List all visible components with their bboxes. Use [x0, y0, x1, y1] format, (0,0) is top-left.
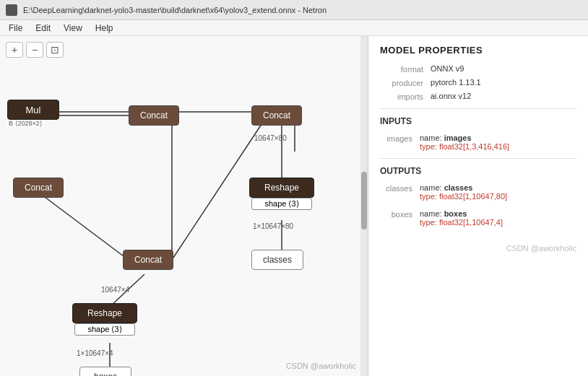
menu-bar: File Edit View Help	[0, 20, 588, 36]
images-key: images	[380, 134, 420, 151]
menu-help[interactable]: Help	[90, 22, 119, 35]
outputs-title: OUTPUTS	[380, 166, 576, 176]
reshape2-sublabel: shape ⟨3⟩	[74, 323, 135, 336]
toolbar: + − ⊡	[6, 42, 64, 58]
concat2-node[interactable]: Concat	[251, 105, 302, 126]
properties-panel: MODEL PROPERTIES format ONNX v9 producer…	[368, 36, 588, 376]
app-icon	[6, 4, 17, 16]
reshape1-label: Reshape	[264, 183, 299, 193]
svg-line-5	[42, 195, 126, 258]
edge-label-e3: 10647×4	[101, 286, 129, 294]
reshape2-node[interactable]: Reshape	[72, 303, 137, 323]
panel-watermark: CSDN @aworkholic	[380, 244, 576, 253]
producer-val: pytorch 1.13.1	[431, 78, 481, 87]
vertical-scrollbar[interactable]	[360, 36, 368, 376]
menu-edit[interactable]: Edit	[30, 22, 56, 35]
format-row: format ONNX v9	[380, 64, 576, 74]
producer-key: producer	[380, 78, 431, 87]
mul-sublabel: B ⟨2028×2⟩	[7, 120, 44, 127]
classes-output-name: name: classes	[420, 183, 507, 192]
title-bar: E:\DeepLearning\darknet-yolo3-master\bui…	[0, 0, 588, 20]
images-type: type: float32[1,3,416,416]	[420, 142, 509, 151]
images-vals: name: images type: float32[1,3,416,416]	[420, 134, 509, 151]
window-title: E:\DeepLearning\darknet-yolo3-master\bui…	[23, 6, 327, 14]
zoom-in-button[interactable]: +	[6, 42, 23, 58]
concat2-label: Concat	[263, 110, 290, 121]
concat1-node[interactable]: Concat	[129, 105, 179, 126]
watermark: CSDN @aworkholic	[286, 362, 356, 370]
menu-file[interactable]: File	[3, 22, 28, 35]
boxes-output-name: name: boxes	[420, 209, 503, 218]
imports-val: ai.onnx v12	[431, 92, 471, 100]
concat4-label: Concat	[134, 255, 162, 265]
main-content: + − ⊡ Mul B ⟨2028×2⟩ Concat Concat 10647…	[0, 36, 588, 376]
boxes-node[interactable]: boxes	[79, 367, 131, 376]
scroll-thumb[interactable]	[361, 172, 367, 229]
edge-label-e1: 10647×80	[254, 134, 287, 142]
boxes-output-key: boxes	[380, 209, 420, 227]
classes-output-type: type: float32[1,10647,80]	[420, 192, 507, 201]
images-name: name: images	[420, 134, 509, 142]
mul-label: Mul	[26, 105, 41, 115]
imports-row: imports ai.onnx v12	[380, 92, 576, 101]
menu-view[interactable]: View	[58, 22, 88, 35]
boxes-output-type: type: float32[1,10647,4]	[420, 218, 503, 227]
mul-node[interactable]: Mul	[7, 100, 59, 120]
boxes-output-row: boxes name: boxes type: float32[1,10647,…	[380, 209, 576, 227]
boxes-output-vals: name: boxes type: float32[1,10647,4]	[420, 209, 503, 227]
edge-label-e2: 1×10647×80	[253, 222, 293, 230]
edge-label-e4: 1×10647×4	[77, 349, 113, 357]
fit-button[interactable]: ⊡	[46, 42, 64, 58]
reshape1-sublabel: shape ⟨3⟩	[251, 198, 312, 210]
format-key: format	[380, 64, 431, 74]
graph-area[interactable]: + − ⊡ Mul B ⟨2028×2⟩ Concat Concat 10647…	[0, 36, 368, 376]
concat3-label: Concat	[25, 183, 52, 193]
classes-output-key: classes	[380, 183, 420, 201]
inputs-title: INPUTS	[380, 116, 576, 126]
panel-title: MODEL PROPERTIES	[380, 45, 576, 56]
reshape2-label: Reshape	[87, 308, 122, 318]
boxes-label: boxes	[94, 372, 117, 376]
producer-row: producer pytorch 1.13.1	[380, 78, 576, 87]
classes-label: classes	[263, 255, 292, 265]
classes-output-row: classes name: classes type: float32[1,10…	[380, 183, 576, 201]
images-row: images name: images type: float32[1,3,41…	[380, 134, 576, 151]
concat1-label: Concat	[140, 110, 168, 121]
zoom-out-button[interactable]: −	[26, 42, 43, 58]
imports-key: imports	[380, 92, 431, 101]
classes-node[interactable]: classes	[251, 250, 303, 270]
concat3-node[interactable]: Concat	[13, 178, 64, 198]
reshape1-node[interactable]: Reshape	[249, 178, 314, 198]
classes-output-vals: name: classes type: float32[1,10647,80]	[420, 183, 507, 201]
format-val: ONNX v9	[431, 64, 464, 73]
connections-svg	[0, 36, 368, 376]
concat4-node[interactable]: Concat	[123, 250, 173, 270]
